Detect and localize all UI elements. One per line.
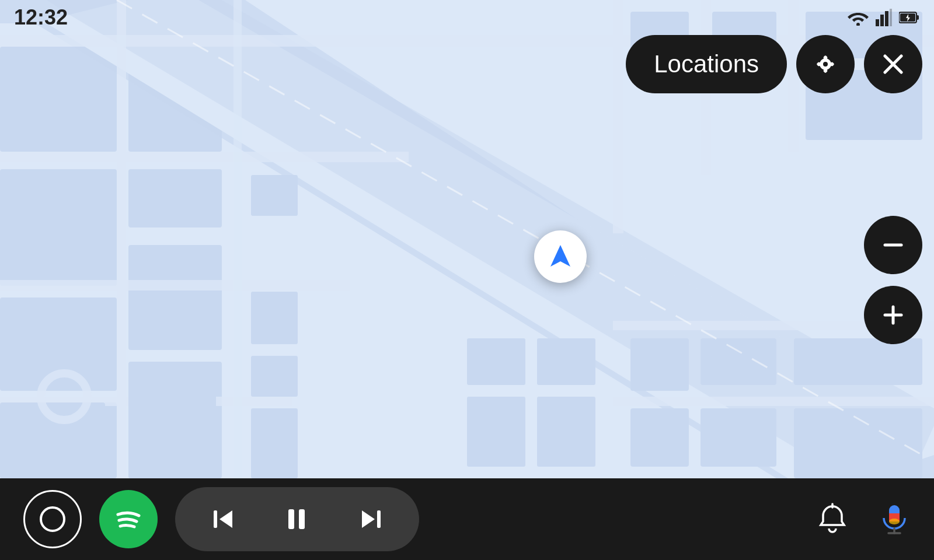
svg-rect-50: [890, 9, 892, 26]
mic-icon: [878, 503, 911, 536]
svg-rect-7: [128, 245, 222, 350]
svg-rect-40: [467, 338, 525, 385]
svg-marker-45: [550, 245, 570, 267]
svg-rect-41: [467, 397, 525, 467]
spotify-button[interactable]: [99, 490, 158, 548]
svg-marker-71: [219, 510, 232, 528]
top-controls: Locations: [626, 35, 922, 93]
svg-rect-20: [613, 397, 934, 406]
svg-rect-52: [916, 15, 919, 20]
pause-button[interactable]: [278, 506, 316, 533]
svg-rect-48: [880, 15, 884, 26]
pause-icon: [284, 506, 311, 533]
battery-icon: [899, 10, 920, 24]
svg-rect-14: [0, 280, 350, 290]
svg-rect-16: [613, 0, 623, 233]
svg-rect-2: [0, 169, 117, 286]
status-bar: 12:32: [0, 0, 934, 35]
svg-rect-37: [251, 292, 298, 344]
svg-rect-76: [377, 510, 381, 528]
notification-button[interactable]: [816, 503, 849, 536]
settings-button[interactable]: [796, 35, 855, 93]
svg-rect-28: [630, 408, 689, 467]
svg-rect-42: [537, 338, 595, 385]
svg-rect-49: [885, 11, 888, 26]
close-button[interactable]: [864, 35, 922, 93]
svg-rect-39: [251, 408, 298, 478]
svg-rect-27: [630, 338, 689, 391]
svg-marker-75: [362, 510, 375, 528]
svg-point-56: [823, 62, 828, 66]
wifi-icon: [848, 9, 869, 26]
svg-rect-38: [251, 356, 298, 397]
svg-rect-43: [537, 397, 595, 467]
media-controls: [175, 487, 419, 551]
bell-icon: [816, 503, 849, 536]
svg-rect-22: [234, 0, 242, 478]
close-icon: [880, 51, 906, 77]
zoom-in-button[interactable]: [864, 286, 922, 344]
spotify-icon: [111, 502, 146, 537]
next-track-button[interactable]: [351, 506, 390, 533]
next-track-icon: [357, 506, 384, 533]
zoom-out-icon: [880, 232, 906, 258]
svg-rect-36: [251, 175, 298, 216]
prev-track-button[interactable]: [204, 506, 243, 533]
svg-rect-13: [0, 152, 409, 162]
svg-rect-30: [700, 408, 776, 467]
svg-rect-31: [794, 338, 922, 385]
locations-button[interactable]: Locations: [626, 35, 787, 93]
time-display: 12:32: [14, 5, 68, 30]
svg-rect-29: [700, 338, 776, 385]
svg-point-46: [856, 23, 860, 26]
prev-track-icon: [210, 506, 237, 533]
right-controls: [816, 503, 911, 536]
svg-rect-74: [299, 509, 305, 529]
status-icons: [848, 9, 920, 26]
svg-rect-21: [117, 0, 126, 478]
home-button[interactable]: [23, 490, 82, 548]
signal-icon: [876, 9, 892, 26]
svg-rect-6: [128, 169, 222, 228]
zoom-in-icon: [880, 302, 906, 328]
zoom-controls: [864, 216, 922, 344]
svg-rect-72: [214, 510, 217, 528]
user-location-marker: [534, 230, 587, 283]
microphone-button[interactable]: [878, 503, 911, 536]
svg-rect-34: [128, 379, 216, 478]
gear-icon: [811, 50, 840, 79]
svg-rect-73: [288, 509, 294, 529]
svg-rect-47: [876, 19, 879, 26]
home-icon: [37, 504, 68, 534]
zoom-out-button[interactable]: [864, 216, 922, 274]
navigation-arrow-icon: [546, 242, 575, 271]
svg-point-83: [889, 519, 900, 524]
bottom-bar: [0, 478, 934, 560]
svg-point-70: [41, 508, 64, 531]
